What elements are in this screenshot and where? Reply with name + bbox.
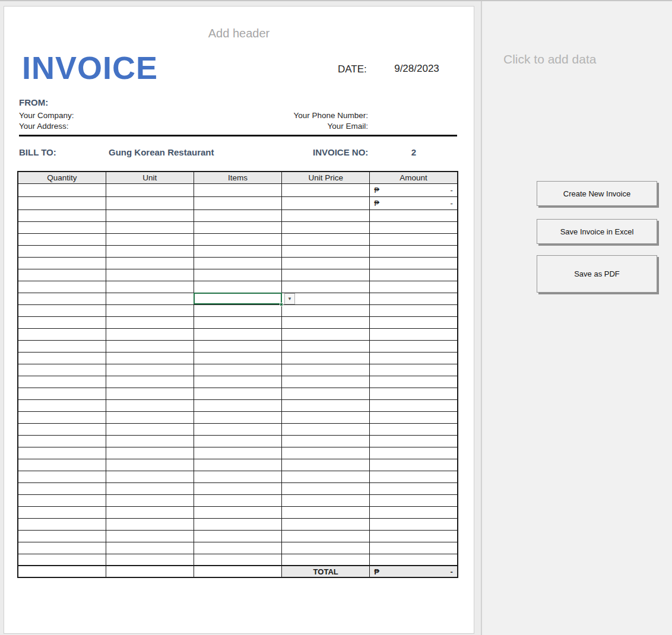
- cell-r1-unit-price[interactable]: [282, 183, 370, 196]
- cell-r13-unit[interactable]: [106, 328, 194, 340]
- cell-r18-items[interactable]: [194, 388, 281, 399]
- cell-r17-unit-price[interactable]: [282, 376, 370, 388]
- cell-r31-items[interactable]: [194, 542, 281, 554]
- cell-r14-amount[interactable]: [370, 340, 458, 352]
- cell-r21-items[interactable]: [194, 423, 281, 435]
- cell-r21-unit[interactable]: [106, 423, 194, 435]
- cell-r14-items[interactable]: [194, 340, 281, 352]
- col-header-quantity[interactable]: Quantity: [18, 172, 106, 183]
- cell-r3-items[interactable]: [194, 209, 281, 221]
- cell-total-unit[interactable]: [106, 566, 194, 577]
- cell-r26-unit-price[interactable]: [282, 482, 370, 494]
- cell-r24-items[interactable]: [194, 459, 281, 471]
- cell-r18-quantity[interactable]: [18, 388, 106, 399]
- cell-r7-amount[interactable]: [370, 257, 458, 269]
- cell-r6-items[interactable]: [194, 245, 281, 257]
- cell-r10-unit[interactable]: [106, 293, 194, 304]
- cell-r18-unit-price[interactable]: [282, 388, 370, 399]
- cell-r12-items[interactable]: [194, 316, 281, 328]
- cell-r19-amount[interactable]: [370, 399, 458, 411]
- cell-r14-unit[interactable]: [106, 340, 194, 352]
- cell-r13-amount[interactable]: [370, 328, 458, 340]
- col-header-unit[interactable]: Unit: [106, 172, 194, 183]
- cell-r8-quantity[interactable]: [18, 269, 106, 281]
- cell-r5-items[interactable]: [194, 233, 281, 245]
- cell-r11-unit-price[interactable]: [282, 304, 370, 316]
- cell-r20-unit[interactable]: [106, 411, 194, 423]
- cell-r7-unit-price[interactable]: [282, 257, 370, 269]
- cell-r22-unit-price[interactable]: [282, 435, 370, 447]
- cell-r20-unit-price[interactable]: [282, 411, 370, 423]
- cell-r3-amount[interactable]: [370, 209, 458, 221]
- cell-r7-unit[interactable]: [106, 257, 194, 269]
- cell-r8-unit-price[interactable]: [282, 269, 370, 281]
- cell-r24-unit-price[interactable]: [282, 459, 370, 471]
- cell-r9-items[interactable]: [194, 281, 281, 293]
- cell-dropdown-button[interactable]: ▼: [284, 293, 295, 304]
- cell-r29-unit-price[interactable]: [282, 518, 370, 530]
- cell-r22-quantity[interactable]: [18, 435, 106, 447]
- cell-r25-quantity[interactable]: [18, 471, 106, 482]
- cell-r8-amount[interactable]: [370, 269, 458, 281]
- cell-r16-amount[interactable]: [370, 364, 458, 376]
- save-pdf-button[interactable]: Save as PDF: [537, 255, 657, 293]
- cell-r9-amount[interactable]: [370, 281, 458, 293]
- cell-r28-unit-price[interactable]: [282, 506, 370, 518]
- cell-r3-unit-price[interactable]: [282, 209, 370, 221]
- cell-r15-unit-price[interactable]: [282, 352, 370, 364]
- cell-r4-unit-price[interactable]: [282, 221, 370, 233]
- cell-r31-quantity[interactable]: [18, 542, 106, 554]
- add-header-area[interactable]: Add header: [4, 27, 474, 40]
- fill-handle[interactable]: [280, 303, 283, 306]
- cell-r26-quantity[interactable]: [18, 482, 106, 494]
- cell-r28-amount[interactable]: [370, 506, 458, 518]
- cell-r27-unit[interactable]: [106, 494, 194, 506]
- date-value[interactable]: 9/28/2023: [384, 63, 449, 75]
- cell-r3-quantity[interactable]: [18, 209, 106, 221]
- cell-r30-quantity[interactable]: [18, 530, 106, 542]
- cell-r5-quantity[interactable]: [18, 233, 106, 245]
- cell-r15-unit[interactable]: [106, 352, 194, 364]
- cell-r9-unit-price[interactable]: [282, 281, 370, 293]
- cell-r16-quantity[interactable]: [18, 364, 106, 376]
- cell-r21-amount[interactable]: [370, 423, 458, 435]
- cell-r29-items[interactable]: [194, 518, 281, 530]
- cell-r27-items[interactable]: [194, 494, 281, 506]
- total-amount-cell[interactable]: ₱-: [370, 566, 458, 577]
- cell-r20-amount[interactable]: [370, 411, 458, 423]
- cell-r20-items[interactable]: [194, 411, 281, 423]
- cell-r29-quantity[interactable]: [18, 518, 106, 530]
- cell-r31-unit-price[interactable]: [282, 542, 370, 554]
- col-header-amount[interactable]: Amount: [370, 172, 458, 183]
- cell-r23-items[interactable]: [194, 447, 281, 459]
- cell-r11-amount[interactable]: [370, 304, 458, 316]
- cell-r19-unit-price[interactable]: [282, 399, 370, 411]
- cell-r19-unit[interactable]: [106, 399, 194, 411]
- cell-r2-amount[interactable]: ₱-: [370, 196, 458, 209]
- cell-r21-quantity[interactable]: [18, 423, 106, 435]
- cell-r16-unit-price[interactable]: [282, 364, 370, 376]
- cell-r11-unit[interactable]: [106, 304, 194, 316]
- cell-r19-items[interactable]: [194, 399, 281, 411]
- cell-r31-amount[interactable]: [370, 542, 458, 554]
- cell-r25-unit[interactable]: [106, 471, 194, 482]
- cell-r27-quantity[interactable]: [18, 494, 106, 506]
- create-new-invoice-button[interactable]: Create New Invoice: [537, 181, 657, 206]
- cell-r32-unit-price[interactable]: [282, 554, 370, 566]
- cell-r7-quantity[interactable]: [18, 257, 106, 269]
- cell-r5-unit[interactable]: [106, 233, 194, 245]
- cell-r5-amount[interactable]: [370, 233, 458, 245]
- cell-r27-unit-price[interactable]: [282, 494, 370, 506]
- cell-r29-unit[interactable]: [106, 518, 194, 530]
- total-label-cell[interactable]: TOTAL: [282, 566, 370, 577]
- cell-r18-amount[interactable]: [370, 388, 458, 399]
- cell-r24-unit[interactable]: [106, 459, 194, 471]
- cell-r22-items[interactable]: [194, 435, 281, 447]
- cell-r6-unit[interactable]: [106, 245, 194, 257]
- cell-r16-unit[interactable]: [106, 364, 194, 376]
- cell-r4-items[interactable]: [194, 221, 281, 233]
- cell-r1-quantity[interactable]: [18, 183, 106, 196]
- cell-r5-unit-price[interactable]: [282, 233, 370, 245]
- cell-r8-items[interactable]: [194, 269, 281, 281]
- cell-r30-unit-price[interactable]: [282, 530, 370, 542]
